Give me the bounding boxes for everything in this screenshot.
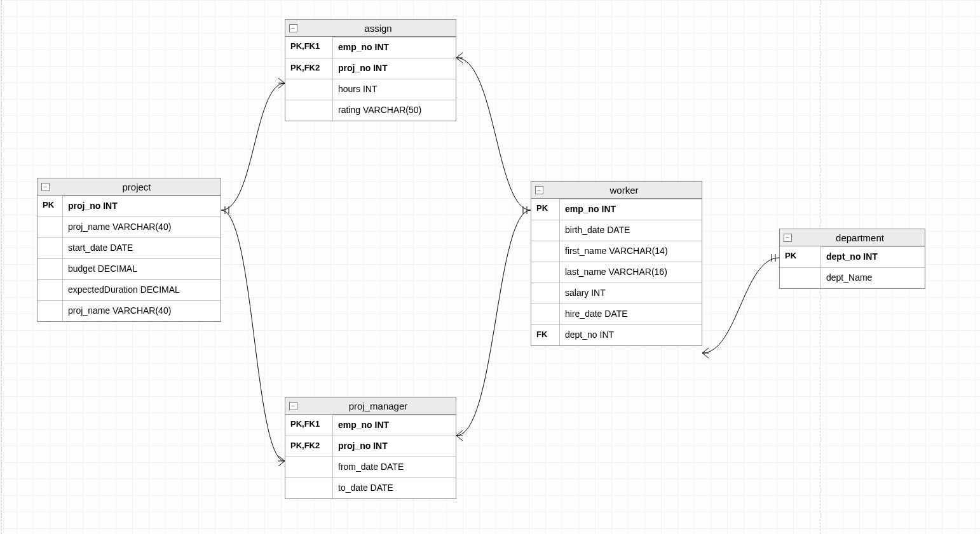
- key-cell: PK: [780, 246, 821, 267]
- entity-header[interactable]: −worker: [531, 182, 702, 199]
- field-cell: emp_no INT: [333, 37, 456, 58]
- entity-project[interactable]: −projectPKproj_no INTproj_name VARCHAR(4…: [37, 178, 221, 322]
- key-cell: [285, 457, 333, 477]
- field-cell: first_name VARCHAR(14): [560, 241, 702, 262]
- field-cell: proj_name VARCHAR(40): [63, 300, 221, 321]
- field-cell: proj_name VARCHAR(40): [63, 217, 221, 237]
- key-cell: [37, 237, 63, 258]
- entity-proj-manager[interactable]: −proj_managerPK,FK1emp_no INTPK,FK2proj_…: [285, 397, 456, 499]
- field-cell: birth_date DATE: [560, 220, 702, 241]
- entity-department[interactable]: −departmentPKdept_no INTdept_Name: [779, 229, 925, 289]
- entity-body: PKemp_no INTbirth_date DATEfirst_name VA…: [531, 199, 702, 345]
- collapse-icon[interactable]: −: [531, 186, 547, 194]
- field-cell: salary INT: [560, 283, 702, 304]
- field-cell: dept_no INT: [821, 246, 925, 267]
- field-cell: budget DECIMAL: [63, 258, 221, 279]
- field-cell: dept_no INT: [560, 324, 702, 345]
- field-cell: emp_no INT: [560, 199, 702, 220]
- field-cell: start_date DATE: [63, 237, 221, 258]
- entity-assign[interactable]: −assignPK,FK1emp_no INTPK,FK2proj_no INT…: [285, 19, 456, 121]
- key-cell: PK,FK2: [285, 58, 333, 79]
- key-cell: [37, 258, 63, 279]
- key-cell: [531, 241, 560, 262]
- key-cell: PK,FK1: [285, 37, 333, 58]
- entity-body: PK,FK1emp_no INTPK,FK2proj_no INThours I…: [285, 37, 456, 121]
- key-cell: [37, 300, 63, 321]
- key-cell: [285, 79, 333, 100]
- entity-header[interactable]: −department: [780, 229, 925, 246]
- field-cell: last_name VARCHAR(16): [560, 262, 702, 283]
- entity-body: PK,FK1emp_no INTPK,FK2proj_no INTfrom_da…: [285, 415, 456, 498]
- er-diagram-canvas[interactable]: −projectPKproj_no INTproj_name VARCHAR(4…: [0, 0, 980, 534]
- collapse-icon[interactable]: −: [37, 183, 53, 191]
- key-cell: [780, 267, 821, 288]
- key-cell: [285, 477, 333, 498]
- key-cell: PK: [531, 199, 560, 220]
- key-cell: PK,FK2: [285, 436, 333, 457]
- entity-header[interactable]: −proj_manager: [285, 397, 456, 415]
- key-cell: PK: [37, 196, 63, 217]
- key-cell: [285, 100, 333, 121]
- collapse-icon[interactable]: −: [780, 234, 795, 242]
- field-cell: hours INT: [333, 79, 456, 100]
- entity-title: proj_manager: [301, 401, 456, 411]
- collapse-icon[interactable]: −: [285, 402, 301, 410]
- entity-title: worker: [547, 185, 702, 196]
- key-cell: [531, 283, 560, 304]
- collapse-icon[interactable]: −: [285, 24, 301, 32]
- key-cell: [531, 304, 560, 324]
- field-cell: expectedDuration DECIMAL: [63, 279, 221, 300]
- field-cell: hire_date DATE: [560, 304, 702, 324]
- entity-body: PKproj_no INTproj_name VARCHAR(40)start_…: [37, 196, 221, 321]
- field-cell: emp_no INT: [333, 415, 456, 436]
- entity-header[interactable]: −project: [37, 178, 221, 196]
- entity-worker[interactable]: −workerPKemp_no INTbirth_date DATEfirst_…: [531, 181, 702, 346]
- key-cell: [531, 220, 560, 241]
- field-cell: proj_no INT: [333, 58, 456, 79]
- field-cell: from_date DATE: [333, 457, 456, 477]
- key-cell: PK,FK1: [285, 415, 333, 436]
- field-cell: rating VARCHAR(50): [333, 100, 456, 121]
- key-cell: [37, 217, 63, 237]
- key-cell: FK: [531, 324, 560, 345]
- field-cell: dept_Name: [821, 267, 925, 288]
- entity-title: department: [795, 232, 925, 243]
- field-cell: to_date DATE: [333, 477, 456, 498]
- key-cell: [531, 262, 560, 283]
- entity-title: project: [53, 182, 221, 192]
- field-cell: proj_no INT: [333, 436, 456, 457]
- entity-title: assign: [301, 23, 456, 34]
- field-cell: proj_no INT: [63, 196, 221, 217]
- page-guide-left: [1, 0, 2, 534]
- entity-body: PKdept_no INTdept_Name: [780, 246, 925, 288]
- entity-header[interactable]: −assign: [285, 20, 456, 37]
- key-cell: [37, 279, 63, 300]
